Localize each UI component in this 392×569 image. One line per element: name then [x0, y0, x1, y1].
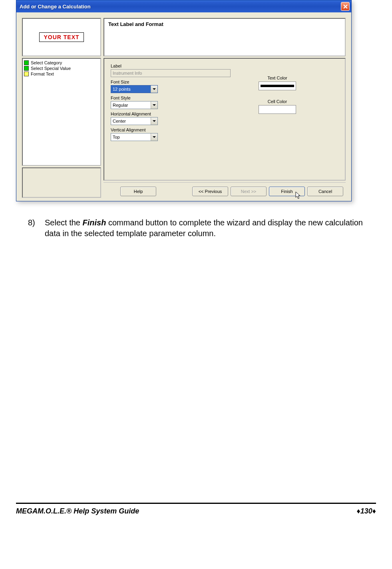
- halign-caption: Horizontal Alignment: [111, 111, 235, 116]
- valign-caption: Vertical Alignment: [111, 127, 235, 132]
- chevron-down-icon[interactable]: [151, 133, 157, 141]
- valign-value: Top: [111, 133, 151, 141]
- cellcolor-well[interactable]: [259, 105, 296, 114]
- step-item-select-category[interactable]: Select Category: [24, 60, 99, 66]
- status-square-icon: [24, 60, 29, 65]
- label-input[interactable]: Instrument Info: [111, 69, 231, 77]
- fontsize-value: 12 points: [111, 86, 151, 93]
- step-item-format-text[interactable]: Format Text: [24, 71, 99, 77]
- close-icon: [343, 4, 348, 9]
- status-square-icon: [24, 66, 29, 71]
- instruction-step: 8) Select the Finish command button to c…: [16, 217, 376, 239]
- close-button[interactable]: [341, 2, 350, 11]
- fontstyle-value: Regular: [111, 101, 151, 109]
- dialog-title: Add or Change a Calculation: [20, 4, 91, 10]
- preview-text: YOUR TEXT: [39, 32, 84, 42]
- textcolor-caption: Text Color: [259, 76, 296, 80]
- previous-button[interactable]: << Previous: [192, 187, 228, 196]
- section-header-box: Text Label and Format: [103, 18, 346, 56]
- fontsize-combo[interactable]: 12 points: [111, 85, 158, 93]
- next-button: Next >>: [231, 187, 267, 196]
- instruction-text: Select the Finish command button to comp…: [45, 217, 372, 239]
- fontstyle-caption: Font Style: [111, 95, 235, 100]
- chevron-down-icon[interactable]: [151, 117, 157, 125]
- page-footer: MEGAM.O.L.E.® Help System Guide ♦130♦: [16, 503, 376, 523]
- status-square-icon: [24, 72, 29, 76]
- dialog-window: Add or Change a Calculation YOUR TEXT: [16, 0, 352, 201]
- valign-combo[interactable]: Top: [111, 133, 158, 141]
- fontsize-caption: Font Size: [111, 80, 235, 84]
- help-button[interactable]: Help: [120, 187, 156, 196]
- form-area: Label Instrument Info Font Size 12 point…: [103, 58, 346, 181]
- chevron-down-icon[interactable]: [151, 101, 157, 109]
- chevron-down-icon[interactable]: [151, 86, 157, 93]
- fontstyle-combo[interactable]: Regular: [111, 101, 158, 109]
- label-caption: Label: [111, 64, 235, 68]
- step-label: Select Special Value: [31, 66, 71, 71]
- finish-button[interactable]: Finish: [269, 187, 305, 196]
- cancel-button[interactable]: Cancel: [307, 187, 343, 196]
- footer-title: MEGAM.O.L.E.® Help System Guide: [16, 507, 139, 515]
- halign-value: Center: [111, 117, 151, 125]
- preview-box: YOUR TEXT: [22, 18, 101, 56]
- description-box: [22, 167, 101, 198]
- step-list: Select Category Select Special Value For…: [22, 58, 101, 166]
- textcolor-well[interactable]: [259, 82, 296, 90]
- halign-combo[interactable]: Center: [111, 117, 158, 125]
- section-header: Text Label and Format: [108, 21, 163, 27]
- step-label: Format Text: [31, 72, 54, 76]
- cellcolor-caption: Cell Color: [259, 99, 296, 104]
- step-label: Select Category: [31, 60, 62, 65]
- instruction-number: 8): [28, 217, 39, 239]
- titlebar: Add or Change a Calculation: [16, 0, 351, 12]
- step-item-select-special-value[interactable]: Select Special Value: [24, 66, 99, 71]
- footer-page: ♦130♦: [357, 507, 376, 515]
- button-row: Help << Previous Next >> Finish Cancel: [103, 182, 346, 198]
